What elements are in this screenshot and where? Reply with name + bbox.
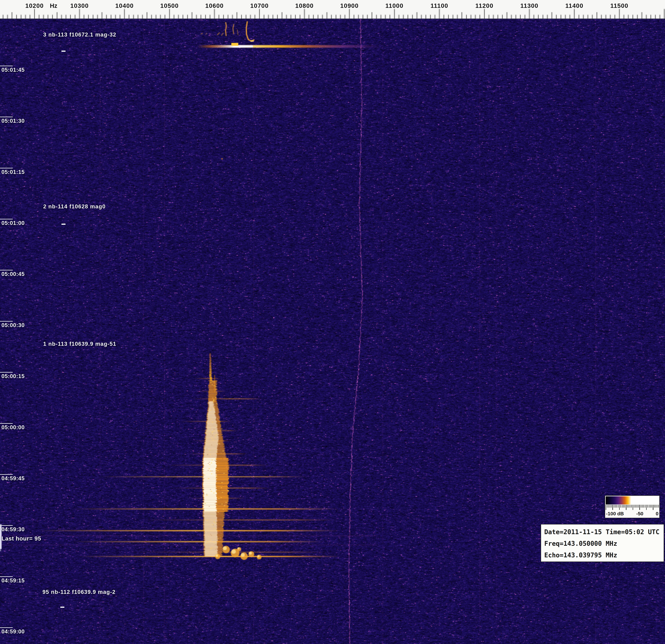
- echo-line: Echo=143.039795 MHz: [544, 549, 664, 561]
- time-tick-label: 04:59:30: [1, 526, 25, 533]
- time-tick-line: [0, 270, 13, 270]
- time-tick-line: [0, 372, 13, 373]
- colorbar-labels: -100 dB -50 0: [606, 511, 659, 516]
- echo-annotation: 1 nb-113 f10639.9 mag-51: [43, 341, 116, 347]
- freq-tick-label: 10600: [205, 2, 224, 9]
- freq-tick-label: 11100: [431, 2, 448, 9]
- time-tick-label: 05:00:45: [1, 271, 25, 277]
- date-time-line: Date=2011-11-15 Time=05:02 UTC: [544, 526, 664, 538]
- time-tick-label: 05:01:30: [1, 118, 25, 124]
- freq-line: Freq=143.050000 MHz: [544, 538, 664, 549]
- colorbar-major-ticks: [606, 505, 659, 510]
- echo-marker-dash: [61, 224, 65, 225]
- echo-annotation: 2 nb-114 f10628 mag0: [43, 204, 106, 210]
- status-info-box: Date=2011-11-15 Time=05:02 UTC Freq=143.…: [540, 524, 664, 562]
- time-tick-line: [0, 423, 13, 424]
- time-tick-label: 04:59:15: [1, 577, 25, 584]
- colorbar-legend: -100 dB -50 0: [605, 495, 660, 518]
- freq-tick-label: 10200: [25, 2, 44, 9]
- freq-tick-label: 10500: [160, 2, 179, 9]
- colorbar-label-max: 0: [656, 511, 659, 516]
- time-tick-label: 05:00:30: [1, 322, 25, 328]
- time-tick-label: 05:00:15: [1, 373, 25, 379]
- freq-tick-label: 10800: [295, 2, 314, 9]
- last-hour-counter: Last hour= 95: [1, 535, 41, 542]
- time-tick-line: [0, 219, 13, 220]
- time-tick-line: [0, 627, 13, 628]
- freq-tick-label: 10300: [70, 2, 89, 9]
- colorbar-gradient: [606, 496, 659, 505]
- echo-marker-dash: [60, 607, 64, 608]
- time-tick-label: 05:01:45: [1, 67, 25, 73]
- time-tick-label: 05:00:00: [1, 424, 25, 431]
- freq-tick-label: 11500: [610, 2, 628, 9]
- freq-tick-label: 10700: [250, 2, 269, 9]
- colorbar-label-mid: -50: [636, 511, 643, 516]
- time-tick-label: 04:59:45: [1, 475, 25, 481]
- time-tick-line: [0, 576, 13, 577]
- echo-annotation: 95 nb-112 f10639.9 mag-2: [42, 589, 115, 595]
- freq-tick-label: 11000: [385, 2, 403, 9]
- time-tick-label: 05:01:00: [1, 220, 25, 226]
- time-tick-line: [0, 117, 13, 117]
- echo-marker-dash: [61, 51, 65, 52]
- time-tick-label: 05:01:15: [1, 169, 25, 175]
- time-tick-label: 04:59:00: [1, 628, 25, 635]
- freq-tick-label: 11200: [475, 2, 493, 9]
- time-tick-line: [0, 474, 13, 475]
- time-tick-line: [0, 168, 13, 168]
- freq-tick-label: 10400: [115, 2, 134, 9]
- freq-tick-label: 11300: [520, 2, 538, 9]
- time-tick-line: [0, 321, 13, 322]
- colorbar-ruler: [606, 505, 659, 511]
- frequency-unit-label: Hz: [50, 2, 57, 9]
- spectrogram-window: Hz 1020010300104001050010600107001080010…: [0, 0, 665, 644]
- freq-tick-label: 11400: [565, 2, 583, 9]
- time-tick-line: [0, 65, 13, 66]
- echo-annotation: 3 nb-113 f10672.1 mag-32: [43, 32, 116, 38]
- time-tick-line: [0, 525, 13, 526]
- colorbar-label-min: -100 dB: [606, 511, 624, 516]
- freq-tick-label: 10900: [340, 2, 359, 9]
